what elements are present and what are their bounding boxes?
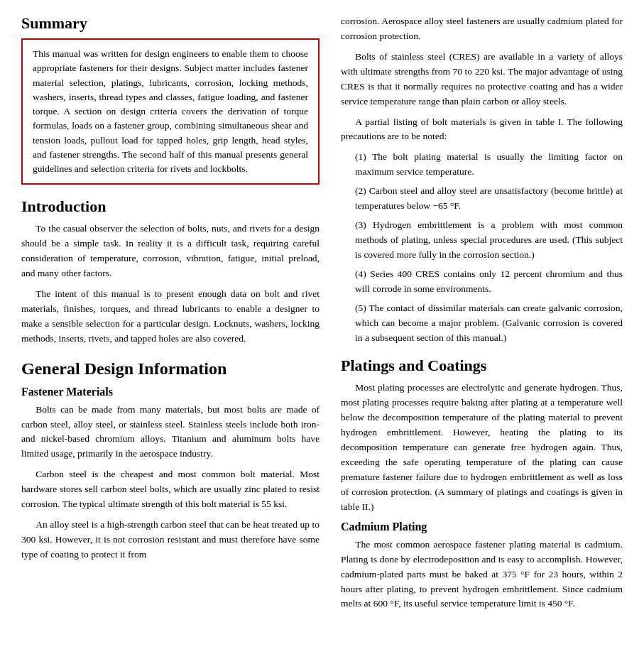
stainless-para: Bolts of stainless steel (CRES) are avai… (341, 50, 623, 109)
fastener-para-1: Bolts can be made from many materials, b… (21, 403, 320, 462)
introduction-title: Introduction (21, 197, 320, 216)
right-column: corrosion. Aerospace alloy steel fastene… (341, 14, 623, 624)
intro-para-2: The intent of this manual is to present … (21, 287, 320, 347)
summary-title: Summary (21, 14, 320, 33)
platings-title: Platings and Coatings (341, 356, 623, 375)
cadmium-para-1: The most common aerospace fastener plati… (341, 538, 623, 612)
summary-box: This manual was written for design engin… (21, 38, 320, 185)
fastener-para-3: An alloy steel is a high-strength carbon… (21, 518, 320, 562)
numbered-item-1: (1) The bolt plating material is usually… (341, 150, 623, 180)
summary-section: Summary This manual was written for desi… (21, 14, 320, 185)
numbered-items-list: (1) The bolt plating material is usually… (341, 150, 623, 345)
summary-text: This manual was written for design engin… (33, 47, 308, 176)
fastener-para-2: Carbon steel is the cheapest and most co… (21, 467, 320, 512)
platings-para-1: Most plating processes are electrolytic … (341, 381, 623, 514)
cadmium-plating-section: Cadmium Plating The most common aerospac… (341, 521, 623, 612)
partial-listing-text: A partial listing of bolt materials is g… (341, 115, 623, 145)
general-design-section: General Design Information Fastener Mate… (21, 359, 320, 562)
intro-para-1: To the casual observer the selection of … (21, 222, 320, 281)
corrosion-intro-text: corrosion. Aerospace alloy steel fastene… (341, 14, 623, 44)
numbered-item-4: (4) Series 400 CRES contains only 12 per… (341, 267, 623, 297)
left-column: Summary This manual was written for desi… (21, 14, 320, 624)
numbered-item-5: (5) The contact of dissimilar materials … (341, 301, 623, 346)
fastener-materials-subtitle: Fastener Materials (21, 386, 320, 398)
numbered-item-3: (3) Hydrogen embrittlement is a problem … (341, 218, 623, 263)
numbered-item-2: (2) Carbon steel and alloy steel are uns… (341, 184, 623, 214)
platings-section: Platings and Coatings Most plating proce… (341, 356, 623, 611)
cadmium-subtitle: Cadmium Plating (341, 521, 623, 533)
general-design-title: General Design Information (21, 359, 320, 378)
introduction-section: Introduction To the casual observer the … (21, 197, 320, 346)
